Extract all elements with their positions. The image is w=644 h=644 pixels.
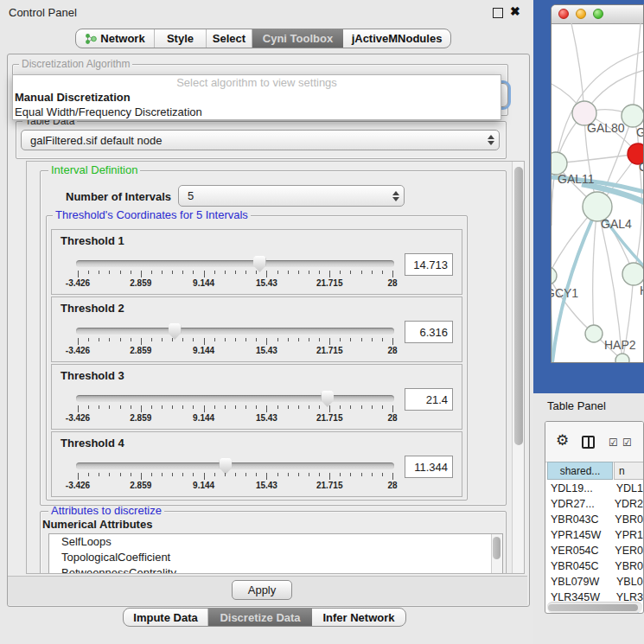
tick [298, 338, 299, 341]
table-cell[interactable]: YER0 [610, 543, 643, 558]
dropdown-option-equal-width-frequency[interactable]: Equal Width/Frequency Discretization [13, 105, 501, 119]
tab-select[interactable]: Select [207, 29, 252, 48]
table-data-combobox[interactable]: galFiltered.sif default node [21, 130, 500, 150]
tab-jactivemnodules[interactable]: jActiveMNodules [343, 29, 450, 48]
scrollbar-thumb[interactable] [493, 537, 501, 559]
threshold-slider[interactable] [76, 395, 394, 402]
tick [193, 473, 194, 476]
list-item[interactable]: BetweennessCentrality [49, 565, 502, 574]
attributes-list-scrollbar[interactable] [491, 534, 502, 574]
table-cell[interactable]: YER054C [545, 543, 610, 558]
tick [277, 338, 278, 341]
network-canvas[interactable]: GAL80GCGAL11GAL4GCY1HHAP2 [552, 23, 644, 363]
tick [151, 405, 152, 409]
table-cell[interactable]: YPR1 [610, 527, 643, 543]
table-cell[interactable]: YPR145W [545, 527, 610, 543]
tick [277, 271, 278, 274]
table-cell[interactable]: YDR27... [545, 496, 610, 512]
network-node[interactable] [585, 325, 603, 342]
network-edge[interactable] [633, 23, 641, 116]
float-window-icon[interactable] [493, 8, 503, 18]
tick [88, 271, 89, 274]
table-row[interactable]: YDR27...YDR2 [545, 496, 643, 512]
settings-vertical-scrollbar[interactable] [512, 162, 525, 574]
table-row[interactable]: YBR043CYBR0 [545, 512, 643, 527]
dropdown-placeholder-option[interactable]: Select algorithm to view settings [13, 75, 501, 90]
list-item[interactable]: TopologicalCoefficient [49, 550, 502, 565]
table-horizontal-scrollbar[interactable] [547, 602, 642, 613]
tick [372, 271, 373, 274]
table-row[interactable]: YPR145WYPR1 [545, 527, 643, 543]
tick [288, 473, 289, 476]
threshold-slider[interactable] [76, 260, 394, 267]
tab-impute-data[interactable]: Impute Data [124, 609, 208, 626]
tick [120, 271, 121, 274]
columns-icon[interactable] [582, 436, 595, 449]
tick [120, 473, 121, 476]
tick [78, 405, 79, 412]
dropdown-option-manual-discretization[interactable]: Manual Discretization [13, 90, 501, 105]
tick [172, 405, 173, 409]
table-cell[interactable]: YDR2 [610, 496, 643, 512]
checkbox-icon[interactable]: ☑ [622, 437, 632, 448]
table-cell[interactable]: YDL19... [545, 481, 612, 496]
threshold-value-field[interactable]: 6.316 [405, 321, 453, 343]
network-window-titlebar[interactable] [552, 5, 643, 24]
slider-ticks: -3.4262.8599.14415.4321.71528 [78, 338, 392, 357]
scrollbar-thumb[interactable] [548, 604, 638, 611]
scrollbar-thumb[interactable] [514, 167, 523, 445]
table-cell[interactable]: YDL1 [612, 481, 643, 496]
table-cell[interactable]: YBR0 [610, 558, 643, 574]
apply-button[interactable]: Apply [232, 580, 292, 600]
tab-cyni-toolbox[interactable]: Cyni Toolbox [252, 29, 343, 48]
tick [182, 405, 183, 409]
table-cell[interactable]: YBL0 [612, 574, 643, 590]
node-label: H [640, 284, 644, 297]
table-cell[interactable]: YBR043C [545, 512, 610, 527]
table-row[interactable]: YER054CYER0 [545, 543, 643, 558]
table-row[interactable]: YBR045CYBR0 [545, 558, 643, 574]
network-node[interactable] [622, 263, 644, 285]
network-node[interactable] [552, 267, 557, 284]
network-node[interactable] [622, 105, 644, 127]
table-row[interactable]: YDL19...YDL1 [545, 481, 643, 496]
close-icon[interactable]: ✖ [510, 4, 520, 18]
tick [151, 338, 152, 341]
numerical-attributes-list[interactable]: SelfLoopsTopologicalCoefficientBetweenne… [48, 533, 503, 574]
network-edge[interactable] [593, 207, 597, 334]
column-header-shared-name[interactable]: shared... [547, 462, 613, 480]
threshold-panel-2: Threshold 2-3.4262.8599.14415.4321.71528… [51, 296, 462, 362]
threshold-slider[interactable] [76, 462, 394, 469]
tick [266, 338, 267, 345]
threshold-slider[interactable] [76, 328, 394, 335]
table-row[interactable]: YBL079WYBL0 [545, 574, 643, 590]
network-node[interactable] [615, 354, 629, 363]
list-item[interactable]: SelfLoops [49, 534, 502, 550]
table-cell[interactable]: YBR0 [610, 512, 643, 527]
threshold-value-field[interactable]: 11.344 [405, 456, 453, 478]
tab-discretize-data[interactable]: Discretize Data [208, 609, 312, 626]
tick [78, 473, 79, 480]
gear-icon[interactable]: ⚙ [556, 433, 569, 448]
node-label: GAL4 [601, 217, 632, 231]
table-cell[interactable]: YBL079W [545, 574, 612, 590]
tick [361, 271, 362, 274]
minimize-traffic-light-icon[interactable] [576, 9, 586, 19]
tab-infer-network[interactable]: Infer Network [312, 609, 405, 626]
tick [99, 473, 99, 476]
tab-network[interactable]: Network [76, 29, 155, 48]
tab-label: Network [100, 32, 144, 45]
tick [141, 473, 142, 480]
close-traffic-light-icon[interactable] [558, 9, 569, 19]
number-of-intervals-spinner[interactable]: 5 [178, 185, 405, 207]
tick [340, 271, 341, 274]
threshold-value-field[interactable]: 21.4 [405, 388, 453, 411]
zoom-traffic-light-icon[interactable] [593, 9, 603, 19]
tab-style[interactable]: Style [155, 29, 207, 48]
table-cell[interactable]: YBR045C [545, 558, 610, 574]
checkbox-icon[interactable]: ☑ [609, 437, 618, 448]
network-edge[interactable] [556, 154, 638, 163]
attributes-group-title: Attributes to discretize [48, 506, 164, 516]
threshold-value-field[interactable]: 14.713 [405, 253, 453, 276]
column-header-name[interactable]: n [614, 462, 644, 480]
